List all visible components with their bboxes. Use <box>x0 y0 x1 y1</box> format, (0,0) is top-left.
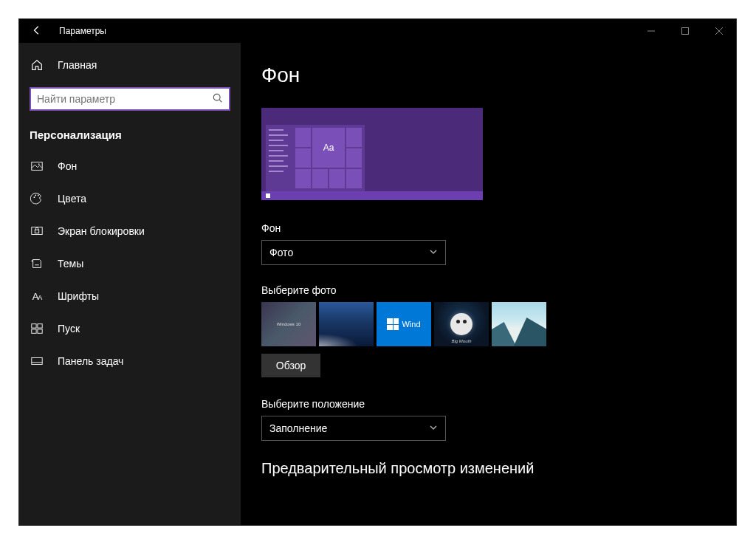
maximize-button[interactable] <box>668 19 702 43</box>
photo-thumb-2[interactable] <box>319 302 374 346</box>
sidebar-item-background[interactable]: Фон <box>19 150 241 182</box>
photo-thumbnails: Wind Big Mouth <box>261 302 736 346</box>
home-icon <box>30 58 44 72</box>
chevron-down-icon <box>429 422 438 434</box>
chevron-down-icon <box>429 247 438 258</box>
back-button[interactable] <box>19 25 55 38</box>
window-title: Параметры <box>59 26 106 36</box>
start-icon <box>30 321 44 336</box>
svg-rect-16 <box>32 329 36 333</box>
background-select[interactable]: Фото <box>261 240 446 265</box>
photo-thumb-5[interactable] <box>492 302 546 346</box>
sidebar-item-label: Пуск <box>58 323 80 335</box>
browse-button[interactable]: Обзор <box>261 354 320 377</box>
sidebar-item-start[interactable]: Пуск <box>19 312 241 345</box>
photo-thumb-3[interactable]: Wind <box>377 302 431 346</box>
sidebar-home-label: Главная <box>58 59 97 71</box>
sidebar-item-label: Темы <box>58 258 83 270</box>
settings-window: Параметры Главная Персонализация <box>18 18 737 526</box>
svg-rect-12 <box>35 230 38 233</box>
svg-point-9 <box>35 195 36 196</box>
svg-point-7 <box>38 163 40 165</box>
sidebar-item-colors[interactable]: Цвета <box>19 182 241 215</box>
sidebar-item-label: Шрифты <box>58 290 99 302</box>
desktop-preview: Aa <box>261 108 483 200</box>
search-box[interactable] <box>30 87 230 111</box>
svg-rect-1 <box>682 28 689 35</box>
svg-rect-18 <box>32 358 42 365</box>
background-label: Фон <box>261 222 736 234</box>
sidebar-item-lockscreen[interactable]: Экран блокировки <box>19 215 241 247</box>
sidebar: Главная Персонализация Фон Цвета <box>19 43 241 525</box>
palette-icon <box>30 191 44 206</box>
svg-rect-17 <box>38 329 42 333</box>
fit-select-value: Заполнение <box>269 422 327 434</box>
svg-point-8 <box>34 196 35 198</box>
themes-icon <box>30 256 44 271</box>
svg-rect-14 <box>32 324 36 328</box>
svg-point-4 <box>213 94 220 100</box>
main-content: Фон Aa <box>241 43 736 525</box>
search-input[interactable] <box>37 93 213 105</box>
svg-rect-15 <box>38 324 42 328</box>
window-controls <box>634 19 736 43</box>
svg-line-5 <box>219 100 221 102</box>
sidebar-item-taskbar[interactable]: Панель задач <box>19 345 241 377</box>
preview-changes-heading: Предварительный просмотр изменений <box>261 460 736 477</box>
sidebar-item-themes[interactable]: Темы <box>19 247 241 280</box>
picture-icon <box>30 159 44 174</box>
photo-thumb-1[interactable] <box>261 302 316 346</box>
sidebar-item-label: Цвета <box>58 193 86 205</box>
photo-thumb-4[interactable]: Big Mouth <box>434 302 489 346</box>
svg-point-10 <box>38 195 39 196</box>
choose-photo-label: Выберите фото <box>261 284 736 296</box>
taskbar-icon <box>30 354 44 368</box>
fit-select[interactable]: Заполнение <box>261 416 446 441</box>
titlebar: Параметры <box>19 19 736 43</box>
sidebar-item-label: Панель задач <box>58 355 123 367</box>
preview-tile-text: Aa <box>312 128 345 168</box>
sidebar-home[interactable]: Главная <box>19 49 241 81</box>
sidebar-section-title: Персонализация <box>19 121 241 150</box>
page-title: Фон <box>261 64 736 87</box>
search-icon <box>213 93 223 106</box>
sidebar-item-label: Экран блокировки <box>58 225 145 237</box>
sidebar-item-label: Фон <box>58 160 77 172</box>
background-select-value: Фото <box>269 247 293 258</box>
fit-label: Выберите положение <box>261 398 736 410</box>
minimize-button[interactable] <box>634 19 668 43</box>
close-button[interactable] <box>702 19 736 43</box>
sidebar-item-fonts[interactable]: AA Шрифты <box>19 280 241 312</box>
lockscreen-icon <box>30 224 44 239</box>
fonts-icon: AA <box>30 289 44 303</box>
